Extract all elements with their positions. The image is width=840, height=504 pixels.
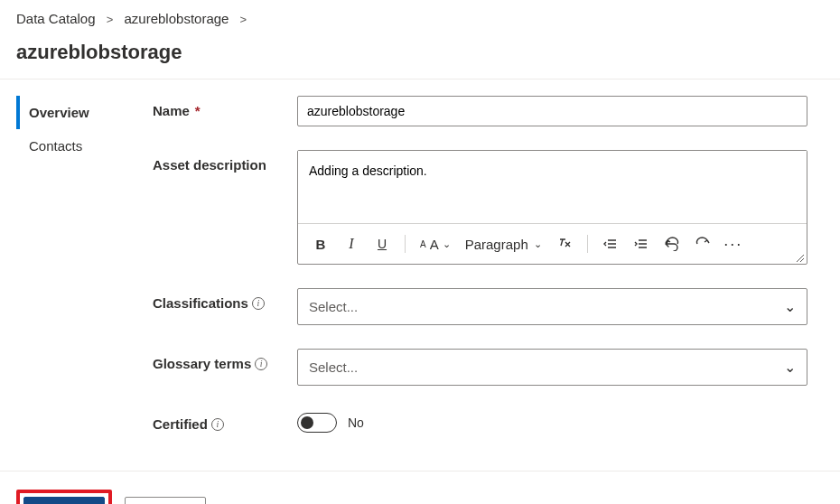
glossary-select[interactable]: Select... ⌄ (297, 349, 807, 386)
name-label: Name* (153, 96, 297, 118)
chevron-right-icon: > (107, 13, 114, 26)
description-input[interactable]: Adding a description. (298, 151, 807, 223)
chevron-down-icon: ⌄ (534, 238, 542, 250)
required-indicator: * (195, 103, 201, 118)
select-placeholder: Select... (309, 359, 358, 375)
more-options-button[interactable]: ··· (720, 231, 747, 257)
italic-button[interactable]: I (338, 231, 365, 257)
paragraph-style-button[interactable]: Paragraph ⌄ (460, 233, 547, 256)
classifications-select[interactable]: Select... ⌄ (297, 288, 807, 325)
toggle-knob (301, 416, 313, 429)
certified-value: No (348, 415, 364, 430)
clear-format-button[interactable] (551, 231, 578, 257)
info-icon[interactable]: i (211, 418, 224, 431)
separator (405, 235, 406, 253)
footer: Save Cancel (0, 471, 840, 504)
indent-button[interactable] (628, 231, 655, 257)
breadcrumb: Data Catalog > azureblobstorage > (0, 0, 840, 26)
outdent-button[interactable] (597, 231, 624, 257)
save-button[interactable]: Save (23, 497, 105, 504)
chevron-down-icon: ⌄ (784, 359, 796, 376)
info-icon[interactable]: i (252, 297, 265, 310)
glossary-label: Glossary terms i (153, 349, 297, 371)
name-input[interactable] (297, 96, 807, 126)
certified-toggle[interactable] (297, 413, 337, 433)
undo-button[interactable] (658, 231, 686, 257)
info-icon[interactable]: i (255, 358, 267, 370)
redo-button[interactable] (689, 231, 716, 257)
chevron-right-icon: > (240, 13, 247, 26)
font-size-button[interactable]: AA ⌄ (415, 233, 456, 256)
sidebar-item-contacts[interactable]: Contacts (16, 129, 149, 163)
form: Name* Asset description Adding a descrip… (149, 96, 824, 443)
sidebar: Overview Contacts (0, 96, 149, 443)
resize-handle[interactable] (796, 254, 805, 263)
underline-button[interactable]: U (369, 231, 396, 257)
chevron-down-icon: ⌄ (784, 298, 796, 315)
description-label: Asset description (153, 150, 297, 173)
separator (587, 235, 588, 253)
breadcrumb-item[interactable]: azureblobstorage (125, 11, 229, 26)
editor-toolbar: B I U AA ⌄ Paragraph ⌄ (298, 223, 807, 264)
chevron-down-icon: ⌄ (443, 238, 451, 250)
highlight-annotation: Save (16, 490, 112, 504)
sidebar-item-overview[interactable]: Overview (16, 96, 149, 129)
description-editor: Adding a description. B I U AA ⌄ Paragra… (297, 150, 807, 265)
select-placeholder: Select... (309, 299, 358, 314)
cancel-button[interactable]: Cancel (125, 497, 206, 504)
bold-button[interactable]: B (307, 231, 334, 257)
page-title: azureblobstorage (0, 26, 840, 79)
classifications-label: Classifications i (153, 288, 297, 311)
breadcrumb-item[interactable]: Data Catalog (16, 11, 96, 26)
certified-label: Certified i (153, 409, 297, 432)
